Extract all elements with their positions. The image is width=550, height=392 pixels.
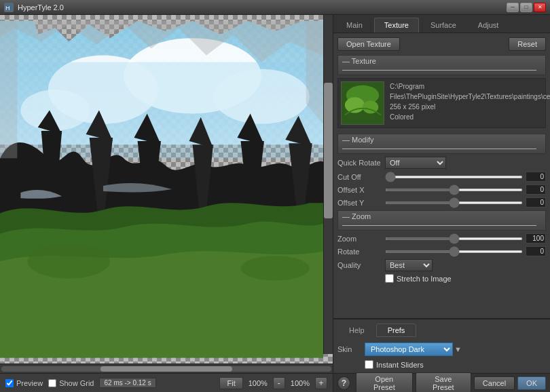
quality-label: Quality — [337, 261, 385, 269]
instant-sliders-label: Instant Sliders — [376, 361, 424, 369]
svg-point-9 — [117, 268, 227, 296]
prefs-tab-bar: Help Prefs — [337, 324, 546, 337]
h-scrollbar-thumb[interactable] — [100, 366, 232, 372]
panel-content: Open Texture Reset — Texture ———————————… — [333, 33, 550, 318]
fit-button[interactable]: Fit — [219, 377, 242, 389]
vertical-scrollbar[interactable] — [323, 15, 333, 354]
skin-row: Skin Photoshop Dark Photoshop Light Dark… — [337, 342, 546, 356]
quick-rotate-select[interactable]: Off 90° 180° 270° — [385, 157, 446, 169]
svg-rect-12 — [0, 21, 17, 159]
v-scrollbar-thumb[interactable] — [324, 83, 333, 218]
skin-select[interactable]: Photoshop Dark Photoshop Light Dark Ligh… — [365, 342, 453, 356]
show-grid-check-group: Show Grid — [48, 379, 94, 387]
texture-dimensions: 256 x 256 pixel — [390, 102, 550, 112]
minimize-button[interactable]: ─ — [507, 3, 519, 12]
ok-button[interactable]: OK — [517, 376, 546, 390]
horizontal-scrollbar[interactable] — [0, 364, 333, 373]
open-preset-button[interactable]: Open Preset — [356, 372, 413, 393]
cut-off-row: Cut Off — [337, 172, 546, 182]
offset-x-slider[interactable] — [385, 189, 523, 191]
window-controls: ─ □ ✕ — [507, 3, 546, 12]
time-display: 62 ms -> 0.12 s — [99, 378, 155, 388]
texture-details-container: C:\Program Files\ThePluginSite\HyperTyle… — [390, 81, 550, 125]
help-button[interactable]: ? — [337, 376, 350, 390]
tab-main[interactable]: Main — [336, 18, 373, 33]
action-bar: ? Open Preset Save Preset Cancel OK — [333, 373, 550, 392]
quick-rotate-row: Quick Rotate Off 90° 180° 270° — [337, 157, 546, 169]
offset-x-row: Offset X — [337, 184, 546, 195]
zoom-slider-group — [385, 233, 546, 243]
app-icon: H — [4, 3, 14, 12]
preview-checkbox[interactable] — [5, 379, 14, 387]
cut-off-slider-group — [385, 172, 546, 182]
show-grid-label: Show Grid — [59, 379, 94, 387]
tab-adjust[interactable]: Adjust — [468, 18, 509, 33]
texture-filepath: C:\Program Files\ThePluginSite\HyperTyle… — [390, 81, 550, 102]
zoom-section-header: — Zoom —————————————————————————— — [337, 210, 546, 231]
h-scrollbar-track[interactable] — [1, 366, 331, 372]
reset-button[interactable]: Reset — [509, 37, 546, 51]
zoom-slider[interactable] — [385, 237, 523, 240]
canvas-viewport — [0, 15, 333, 364]
quality-row: Quality Best Good Fast — [337, 259, 546, 271]
cut-off-value[interactable] — [526, 172, 546, 182]
rotate-slider[interactable] — [385, 250, 523, 253]
maximize-button[interactable]: □ — [520, 3, 532, 12]
offset-x-label: Offset X — [337, 186, 385, 194]
rotate-label: Rotate — [337, 248, 385, 256]
rotate-value[interactable] — [526, 246, 546, 256]
zoom-plus-button[interactable]: + — [315, 377, 327, 389]
skin-dropdown-icon: ▼ — [454, 345, 462, 353]
tab-texture[interactable]: Texture — [374, 18, 419, 33]
preview-check-group: Preview — [5, 379, 43, 387]
texture-info: C:\Program Files\ThePluginSite\HyperTyle… — [337, 78, 546, 128]
right-panel: Main Texture Surface Adjust Open Texture… — [333, 15, 550, 392]
modify-section-header: — Modify —————————————————————————— — [337, 134, 546, 154]
texture-color-mode: Colored — [390, 112, 550, 122]
offset-y-slider[interactable] — [385, 201, 523, 204]
close-button[interactable]: ✕ — [534, 3, 546, 12]
offset-y-row: Offset Y — [337, 197, 546, 208]
tab-prefs[interactable]: Prefs — [376, 324, 417, 337]
stretch-checkbox[interactable] — [385, 274, 394, 283]
texture-section-header: — Texture —————————————————————————— — [337, 55, 546, 75]
tab-help[interactable]: Help — [337, 324, 376, 337]
offset-y-slider-group — [385, 197, 546, 208]
offset-y-value[interactable] — [526, 197, 546, 208]
cut-off-slider[interactable] — [385, 176, 523, 178]
app-title: HyperTyle 2.0 — [18, 3, 507, 12]
save-preset-button[interactable]: Save Preset — [416, 372, 471, 393]
show-grid-checkbox[interactable] — [48, 379, 56, 387]
panel-toolbar: Open Texture Reset — [337, 37, 546, 51]
instant-sliders-row: Instant Sliders — [365, 360, 546, 369]
skin-label: Skin — [337, 345, 365, 353]
prefs-section: Help Prefs Skin Photoshop Dark Photoshop… — [333, 318, 550, 373]
tab-surface[interactable]: Surface — [420, 18, 466, 33]
main-layout: Preview Show Grid 62 ms -> 0.12 s Fit 10… — [0, 15, 550, 392]
cut-off-label: Cut Off — [337, 173, 385, 181]
svg-point-8 — [28, 244, 111, 279]
preview-label: Preview — [16, 379, 43, 387]
zoom-row: Zoom — [337, 233, 546, 243]
cancel-button[interactable]: Cancel — [474, 376, 515, 390]
canvas-toolbar: Preview Show Grid 62 ms -> 0.12 s Fit 10… — [0, 373, 333, 392]
zoom-value[interactable] — [526, 233, 546, 243]
svg-point-10 — [240, 256, 309, 280]
svg-text:H: H — [5, 5, 10, 12]
open-texture-button[interactable]: Open Texture — [337, 37, 400, 51]
texture-thumbnail — [341, 81, 384, 125]
texture-thumb-image — [342, 82, 384, 124]
zoom-percent: 100% — [249, 379, 268, 387]
rotate-slider-group — [385, 246, 546, 256]
instant-sliders-checkbox[interactable] — [365, 360, 373, 369]
quick-rotate-label: Quick Rotate — [337, 159, 385, 167]
zoom-minus-button[interactable]: - — [273, 377, 285, 389]
title-bar: H HyperTyle 2.0 ─ □ ✕ — [0, 0, 550, 15]
quality-select[interactable]: Best Good Fast — [385, 259, 433, 271]
zoom-100: 100% — [291, 379, 310, 387]
offset-y-label: Offset Y — [337, 199, 385, 207]
offset-x-slider-group — [385, 184, 546, 195]
offset-x-value[interactable] — [526, 184, 546, 195]
stretch-row: Stretch to Image — [385, 274, 546, 283]
zoom-label: Zoom — [337, 235, 385, 243]
